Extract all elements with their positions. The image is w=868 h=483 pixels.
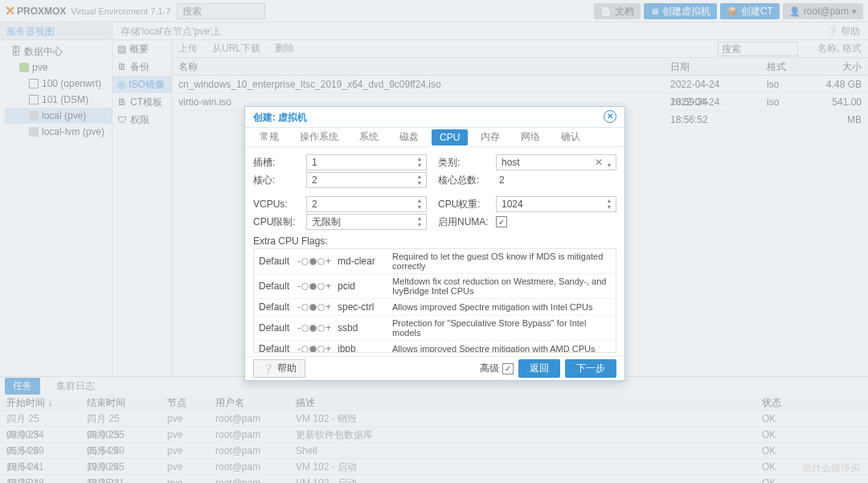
close-icon[interactable]: ✕ (604, 110, 616, 123)
cpu-limit-input[interactable]: 无限制▲▼ (306, 214, 427, 230)
modal-help-button[interactable]: ❔ 帮助 (253, 359, 305, 378)
wizard-tab-6[interactable]: 网络 (513, 128, 548, 146)
cpu-flag-row: Default- +spec-ctrlAllows improved Spect… (254, 299, 616, 316)
flag-tristate[interactable]: - + (297, 256, 331, 267)
cpu-type-select[interactable]: host✕▼ (496, 154, 616, 170)
numa-checkbox[interactable]: ✓ (496, 216, 507, 227)
cpu-flag-row: Default- +pcidMeltdown fix cost reductio… (254, 274, 616, 299)
flags-label: Extra CPU Flags: (253, 235, 616, 247)
back-button[interactable]: 返回 (518, 359, 560, 378)
wizard-tab-3[interactable]: 磁盘 (391, 128, 427, 146)
vcpus-input[interactable]: 2▲▼ (306, 196, 427, 212)
wizard-tab-4[interactable]: CPU (432, 129, 468, 145)
wizard-tab-7[interactable]: 确认 (553, 128, 588, 146)
cpu-flags-list: Default- +md-clearRequired to let the gu… (253, 248, 616, 353)
cpu-weight-input[interactable]: 1024▲▼ (496, 196, 616, 212)
cpu-flag-row: Default- +ibpbAllows improved Spectre mi… (254, 341, 616, 353)
wizard-tab-1[interactable]: 操作系统 (292, 128, 346, 146)
modal-title: 创建: 虚拟机 (253, 107, 307, 127)
flag-tristate[interactable]: - + (297, 322, 331, 334)
flag-tristate[interactable]: - + (297, 343, 331, 353)
total-cores: 2 (496, 174, 505, 186)
create-vm-wizard: 创建: 虚拟机✕ 常规操作系统系统磁盘CPU内存网络确认 插槽:1▲▼ 核心:2… (244, 106, 625, 381)
wizard-tab-5[interactable]: 内存 (473, 128, 508, 146)
cores-input[interactable]: 2▲▼ (306, 172, 427, 188)
flag-tristate[interactable]: - + (297, 301, 331, 313)
wizard-tab-2[interactable]: 系统 (351, 128, 387, 146)
advanced-checkbox[interactable]: ✓ (502, 363, 514, 375)
cpu-flag-row: Default- +md-clearRequired to let the gu… (254, 249, 616, 274)
wizard-tab-0[interactable]: 常规 (252, 128, 287, 146)
next-button[interactable]: 下一步 (565, 359, 616, 378)
flag-tristate[interactable]: - + (297, 280, 331, 292)
clear-icon: ✕ (595, 157, 603, 168)
sockets-input[interactable]: 1▲▼ (306, 154, 427, 170)
cpu-flag-row: Default- +ssbdProtection for "Speculativ… (254, 316, 616, 341)
